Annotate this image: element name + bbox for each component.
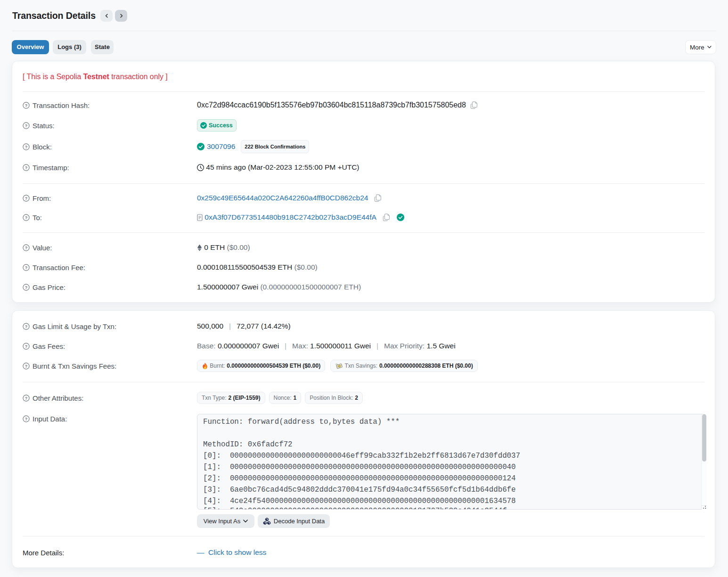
svg-text:?: ? xyxy=(25,144,28,149)
svg-text:?: ? xyxy=(25,396,28,400)
svg-text:?: ? xyxy=(25,123,28,128)
svg-text:?: ? xyxy=(25,285,28,289)
svg-text:?: ? xyxy=(25,245,28,250)
svg-text:?: ? xyxy=(25,196,28,200)
svg-text:?: ? xyxy=(25,265,28,270)
svg-text:?: ? xyxy=(25,344,28,348)
svg-text:?: ? xyxy=(25,165,28,170)
svg-text:?: ? xyxy=(25,103,28,107)
svg-text:?: ? xyxy=(25,363,28,368)
svg-text:?: ? xyxy=(25,215,28,220)
svg-text:?: ? xyxy=(25,324,28,329)
svg-text:?: ? xyxy=(25,416,28,421)
